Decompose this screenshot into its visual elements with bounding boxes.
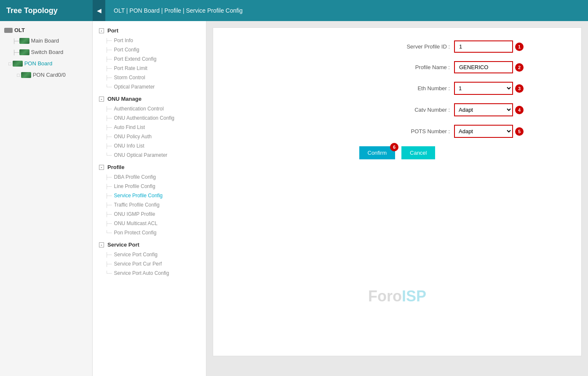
nav-item-onu-info-list[interactable]: ├─ONU Info List	[93, 141, 206, 150]
nav-section-profile: - Profile ├─DBA Profile Config ├─Line Pr…	[93, 162, 206, 237]
collapse-service-port-icon: -	[99, 242, 104, 247]
confirm-button[interactable]: Confirm	[359, 146, 396, 159]
nav-item-dba-profile-config[interactable]: ├─DBA Profile Config	[93, 172, 206, 182]
switchboard-icon	[19, 49, 29, 55]
catv-number-wrapper: Adapt 0 1 4	[454, 103, 524, 116]
badge-6: 6	[390, 143, 398, 151]
breadcrumb-text: OLT | PON Board | Profile | Service Prof…	[114, 7, 243, 14]
breadcrumb: OLT | PON Board | Profile | Service Prof…	[105, 0, 588, 21]
nav-section-port-label: Port	[107, 27, 118, 34]
nav-item-port-info[interactable]: ├─Port Info	[93, 36, 206, 45]
nav-section-service-port-header[interactable]: - Service Port	[93, 239, 206, 250]
profile-name-label: Profile Name :	[382, 64, 450, 70]
collapse-onu-icon: -	[99, 97, 104, 102]
tree-root-label: OLT	[14, 27, 25, 33]
nav-section-profile-label: Profile	[107, 164, 124, 170]
collapse-port-icon: -	[99, 28, 104, 33]
tree-connector: ├─	[13, 50, 19, 55]
tree-root-olt[interactable]: OLT	[0, 25, 92, 35]
nav-item-onu-igmp-profile[interactable]: ├─ONU IGMP Profile	[93, 209, 206, 219]
server-profile-id-row: Server Profile ID : 1	[271, 40, 524, 53]
nav-item-onu-multicast-acl[interactable]: ├─ONU Multicast ACL	[93, 219, 206, 228]
nav-section-service-port-label: Service Port	[107, 242, 139, 248]
badge-1: 1	[515, 43, 524, 51]
nav-item-service-port-cur-perf[interactable]: ├─Service Port Cur Perf	[93, 259, 206, 269]
badge-3: 3	[515, 84, 524, 93]
eth-number-label: Eth Number :	[382, 85, 450, 91]
nav-item-traffic-profile-config[interactable]: ├─Traffic Profile Config	[93, 200, 206, 209]
eth-number-wrapper: 1 2 3 4 3	[454, 82, 524, 95]
server-profile-id-input[interactable]	[454, 40, 513, 53]
content-area: Server Profile ID : 1 Profile Name : 2	[206, 21, 588, 376]
tree-node-ponboard[interactable]: □ PON Board	[0, 58, 92, 69]
expand-icon-2: □	[17, 73, 20, 78]
nav-item-auto-find-list[interactable]: ├─Auto Find List	[93, 123, 206, 132]
nav-item-onu-policy-auth[interactable]: ├─ONU Policy Auth	[93, 132, 206, 141]
badge-4: 4	[515, 106, 524, 114]
nav-section-onu-manage-header[interactable]: - ONU Manage	[93, 94, 206, 104]
nav-item-onu-auth-config[interactable]: ├─ONU Authentication Config	[93, 113, 206, 123]
nav-item-port-rate-limit[interactable]: ├─Port Rate Limit	[93, 64, 206, 73]
nav-item-pon-protect-config[interactable]: └─Pon Protect Config	[93, 228, 206, 237]
watermark-foro: ForoISP	[368, 287, 426, 305]
nav-section-port-header[interactable]: - Port	[93, 25, 206, 36]
cancel-button[interactable]: Cancel	[401, 146, 435, 159]
olt-icon	[4, 28, 13, 33]
catv-number-row: Catv Number : Adapt 0 1 4	[271, 103, 524, 116]
nav-item-port-config[interactable]: ├─Port Config	[93, 45, 206, 54]
switchboard-label: Switch Board	[31, 49, 64, 55]
eth-number-row: Eth Number : 1 2 3 4 3	[271, 82, 524, 95]
pots-number-label: POTS Number :	[382, 128, 450, 134]
pots-number-row: POTS Number : Adapt 0 1 2 5	[271, 125, 524, 138]
nav-section-service-port: - Service Port ├─Service Port Config ├─S…	[93, 239, 206, 278]
nav-item-line-profile-config[interactable]: ├─Line Profile Config	[93, 182, 206, 191]
watermark: ForoISP	[368, 287, 426, 305]
mainboard-icon	[19, 38, 29, 44]
nav-section-onu-manage: - ONU Manage ├─Authentication Control ├─…	[93, 94, 206, 160]
nav-section-profile-header[interactable]: - Profile	[93, 162, 206, 172]
badge-5: 5	[515, 127, 524, 136]
ponboard-icon	[13, 61, 23, 67]
poncard-label: PON Card0/0	[33, 72, 66, 78]
tree-node-switchboard[interactable]: ├─ Switch Board	[0, 46, 92, 58]
server-profile-id-wrapper: 1	[454, 40, 524, 53]
content-card: Server Profile ID : 1 Profile Name : 2	[213, 27, 582, 356]
nav-item-onu-optical-parameter[interactable]: └─ONU Optical Parameter	[93, 150, 206, 160]
nav-panel: - Port ├─Port Info ├─Port Config ├─Port …	[93, 21, 206, 376]
tree-sidebar: OLT ├─ Main Board ├─ Switch Board □ PON …	[0, 21, 93, 376]
profile-name-wrapper: 2	[454, 61, 524, 73]
nav-section-port: - Port ├─Port Info ├─Port Config ├─Port …	[93, 25, 206, 91]
poncard-icon	[21, 72, 31, 78]
title-text: Tree Topology	[6, 6, 58, 15]
form-container: Server Profile ID : 1 Profile Name : 2	[271, 40, 524, 159]
collapse-profile-icon: -	[99, 165, 104, 170]
app-title: Tree Topology	[0, 0, 93, 21]
profile-name-input[interactable]	[454, 61, 513, 73]
tree-node-mainboard[interactable]: ├─ Main Board	[0, 35, 92, 46]
nav-item-service-port-auto-config[interactable]: └─Service Port Auto Config	[93, 269, 206, 278]
pots-number-select[interactable]: Adapt 0 1 2	[454, 125, 513, 138]
nav-item-service-port-config[interactable]: ├─Service Port Config	[93, 250, 206, 259]
catv-number-label: Catv Number :	[382, 107, 450, 113]
nav-item-service-profile-config[interactable]: ├─Service Profile Config	[93, 191, 206, 200]
nav-item-optical-parameter[interactable]: └─Optical Parameter	[93, 82, 206, 91]
form-buttons: Confirm 6 Cancel	[271, 146, 524, 159]
eth-number-select[interactable]: 1 2 3 4	[454, 82, 513, 95]
expand-icon: □	[8, 61, 11, 66]
mainboard-label: Main Board	[31, 38, 59, 44]
ponboard-label: PON Board	[24, 60, 52, 67]
tree-node-poncard[interactable]: □ PON Card0/0	[0, 69, 92, 81]
nav-item-port-extend-config[interactable]: ├─Port Extend Config	[93, 54, 206, 64]
catv-number-select[interactable]: Adapt 0 1	[454, 103, 513, 116]
nav-item-storm-control[interactable]: ├─Storm Control	[93, 73, 206, 82]
nav-section-onu-label: ONU Manage	[107, 96, 142, 102]
sidebar-toggle[interactable]: ◀	[93, 0, 105, 21]
badge-2: 2	[515, 63, 524, 72]
nav-item-auth-control[interactable]: ├─Authentication Control	[93, 104, 206, 113]
profile-name-row: Profile Name : 2	[271, 61, 524, 73]
toggle-icon: ◀	[97, 7, 102, 14]
server-profile-id-label: Server Profile ID :	[382, 43, 450, 50]
pots-number-wrapper: Adapt 0 1 2 5	[454, 125, 524, 138]
tree-connector: ├─	[13, 38, 19, 43]
